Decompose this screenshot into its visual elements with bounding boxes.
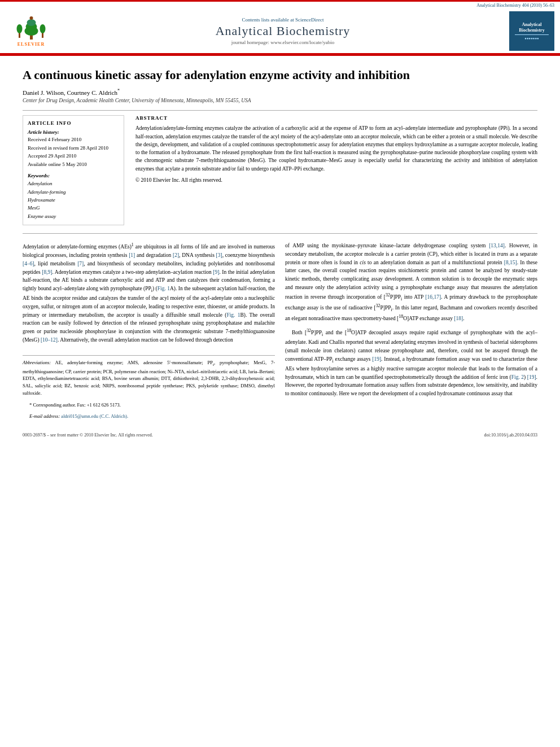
article-info-label: ARTICLE INFO [28, 120, 119, 126]
abstract-label: ABSTRACT [135, 115, 537, 121]
keyword-5: Enzyme assay [28, 212, 119, 220]
article-title: A continuous kinetic assay for adenylati… [23, 67, 537, 84]
email-footnote: E-mail address: aldri015@umn.edu (C.C. A… [23, 413, 275, 420]
journal-reference: Analytical Biochemistry 404 (2010) 56–63 [0, 2, 560, 8]
divider-body [23, 233, 537, 234]
journal-center-header: Contents lists available at ScienceDirec… [56, 17, 509, 45]
elsevier-label: ELSEVIER [18, 42, 45, 47]
journal-title: Analytical Biochemistry [216, 24, 351, 38]
authors-text: Daniel J. Wilson, Courtney C. Aldrich [23, 89, 117, 95]
svg-rect-0 [30, 35, 33, 40]
affiliation: Center for Drug Design, Academic Health … [23, 98, 537, 103]
abstract-column: ABSTRACT Adenylation/adenylate-forming e… [135, 115, 537, 225]
svg-point-8 [40, 24, 45, 33]
main-content: A continuous kinetic assay for adenylati… [0, 56, 560, 449]
elsevier-tree-icon [16, 15, 47, 41]
body-columns: Adenylation or adenylate-forming enzymes… [23, 242, 537, 425]
corresponding-author-marker: * [117, 88, 120, 93]
abstract-text: Adenylation/adenylate-forming enzymes ca… [135, 124, 537, 173]
svg-point-4 [29, 16, 33, 20]
issn-info: 0003-2697/$ – see front matter © 2010 El… [23, 433, 153, 438]
journal-header: ELSEVIER Contents lists available at Sci… [0, 8, 560, 54]
body-right-column: of AMP using the myokinase–pyruvate kina… [285, 242, 537, 425]
online-date: Available online 5 May 2010 [28, 161, 119, 169]
sciencedirect-link[interactable]: ScienceDirect [295, 17, 323, 23]
bottom-info: 0003-2697/$ – see front matter © 2010 El… [23, 433, 537, 438]
body-right-para-2: Both [32P]PPi and the [18O]ATP decoupled… [285, 327, 537, 398]
authors-line: Daniel J. Wilson, Courtney C. Aldrich* [23, 88, 537, 96]
sciencedirect-line: Contents lists available at ScienceDirec… [242, 17, 324, 23]
body-left-para-1: Adenylation or adenylate-forming enzymes… [23, 242, 275, 344]
svg-point-3 [27, 19, 36, 26]
article-info-abstract-columns: ARTICLE INFO Article history: Received 4… [23, 115, 537, 225]
journal-logo-right: AnalyticalBiochemistry ●●●●●●● [509, 11, 554, 51]
email-link[interactable]: aldri015@umn.edu (C.C. Aldrich). [61, 413, 128, 419]
abbreviations-text: Abbreviations: AE, adenylate-forming enz… [23, 359, 275, 396]
article-info-column: ARTICLE INFO Article history: Received 4… [23, 115, 124, 225]
received-date: Received 4 February 2010 [28, 136, 119, 144]
keyword-3: Hydroxamate [28, 196, 119, 204]
divider-top [23, 110, 537, 111]
svg-point-6 [16, 24, 22, 33]
history-label: Article history: [28, 129, 119, 135]
elsevier-logo: ELSEVIER [6, 11, 56, 51]
footnotes-section: Abbreviations: AE, adenylate-forming enz… [23, 355, 275, 420]
corresponding-author-footnote: * Corresponding author. Fax: +1 612 626 … [23, 401, 275, 409]
doi-info: doi:10.1016/j.ab.2010.04.033 [484, 433, 537, 438]
keyword-2: Adenylate-forming [28, 188, 119, 196]
keyword-4: MesG [28, 204, 119, 212]
revised-date: Received in revised form 28 April 2010 [28, 145, 119, 152]
keywords-label: Keywords: [28, 173, 119, 178]
body-right-para-1: of AMP using the myokinase–pyruvate kina… [285, 242, 537, 323]
accepted-date: Accepted 29 April 2010 [28, 152, 119, 160]
body-left-column: Adenylation or adenylate-forming enzymes… [23, 242, 275, 425]
abbreviations-label: Abbreviations: [23, 360, 51, 365]
keyword-1: Adenylation [28, 180, 119, 187]
copyright-text: © 2010 Elsevier Inc. All rights reserved… [135, 176, 537, 184]
journal-homepage: journal homepage: www.elsevier.com/locat… [231, 40, 334, 45]
